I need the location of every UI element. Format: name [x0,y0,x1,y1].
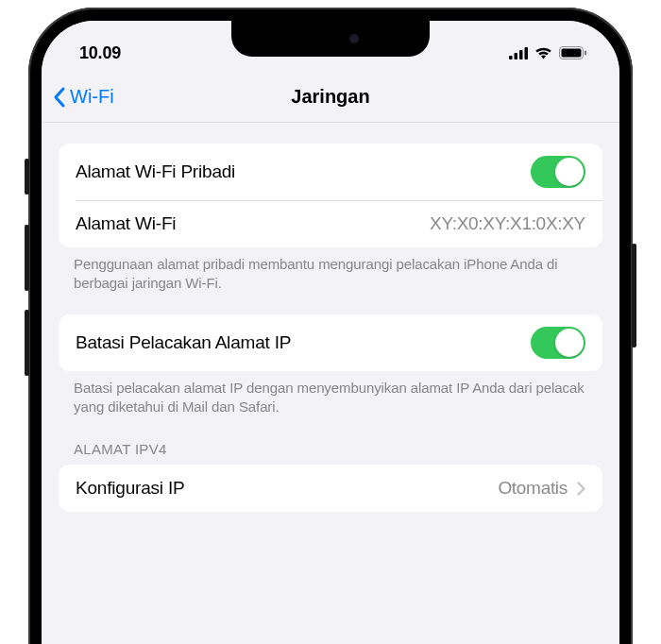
page-title: Jaringan [291,86,369,108]
nav-bar: Wi-Fi Jaringan [42,72,619,123]
cellular-icon [509,47,528,59]
toggle-knob [555,329,584,357]
row-label: Konfigurasi IP [76,478,185,499]
phone-frame: 10.09 [28,8,633,644]
svg-rect-6 [585,51,586,56]
section-header-ipv4: ALAMAT IPV4 [42,416,619,465]
row-label: Batasi Pelacakan Alamat IP [76,332,291,353]
battery-icon [559,46,587,59]
back-button[interactable]: Wi-Fi [53,86,114,108]
side-button [25,159,29,195]
configure-ip-value: Otomatis [498,478,568,499]
back-label: Wi-Fi [70,86,114,108]
wifi-icon [534,46,552,59]
notch [231,21,430,57]
row-wifi-address: Alamat Wi-Fi XY:X0:XY:X1:0X:XY [59,200,602,247]
status-icons [509,46,587,59]
svg-rect-5 [562,49,582,58]
row-private-wifi-address[interactable]: Alamat Wi-Fi Pribadi [59,144,602,200]
svg-rect-0 [509,56,513,59]
status-time: 10.09 [79,43,121,63]
screen: 10.09 [42,21,619,644]
svg-rect-1 [515,53,518,59]
chevron-right-icon [577,482,585,496]
settings-group-ipv4: Konfigurasi IP Otomatis [59,465,602,512]
row-configure-ip[interactable]: Konfigurasi IP Otomatis [59,465,602,512]
toggle-limit-ip[interactable] [531,327,585,359]
svg-rect-2 [519,50,523,59]
front-camera-icon [349,34,359,43]
group-footer: Penggunaan alamat pribadi membantu mengu… [42,247,619,294]
toggle-knob [555,158,584,186]
content: Alamat Wi-Fi Pribadi Alamat Wi-Fi XY:X0:… [42,144,619,512]
row-label: Alamat Wi-Fi [76,213,176,234]
toggle-private-address[interactable] [531,156,585,188]
row-right: Otomatis [498,478,585,499]
group-footer: Batasi pelacakan alamat IP dengan menyem… [42,371,619,417]
settings-group-limit-ip: Batasi Pelacakan Alamat IP [59,314,602,371]
row-limit-ip-tracking[interactable]: Batasi Pelacakan Alamat IP [59,314,602,371]
side-button [632,244,636,347]
side-button [25,310,29,376]
side-button [25,225,29,291]
wifi-address-value: XY:X0:XY:X1:0X:XY [430,213,585,234]
row-label: Alamat Wi-Fi Pribadi [76,161,235,182]
settings-group-private-address: Alamat Wi-Fi Pribadi Alamat Wi-Fi XY:X0:… [59,144,602,247]
svg-rect-3 [525,47,529,59]
chevron-left-icon [53,87,66,108]
